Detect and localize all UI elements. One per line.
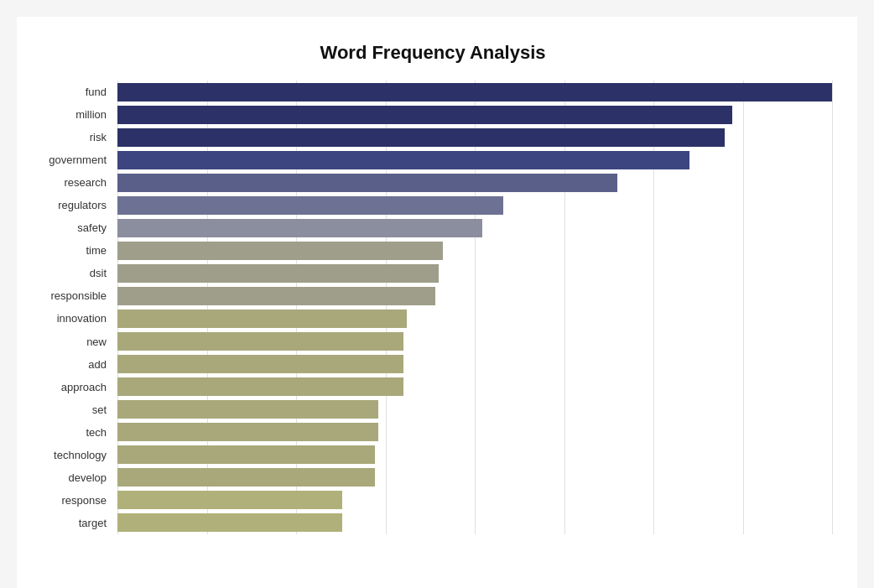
y-label: risk bbox=[90, 132, 107, 143]
bar bbox=[117, 377, 403, 396]
y-label: time bbox=[86, 245, 107, 256]
bar bbox=[117, 128, 725, 147]
y-label: government bbox=[49, 154, 107, 165]
bar-row bbox=[117, 489, 832, 511]
bar-row bbox=[117, 217, 832, 239]
bars-area bbox=[113, 81, 832, 534]
bar bbox=[117, 423, 378, 441]
y-label: set bbox=[92, 404, 107, 415]
y-label: safety bbox=[77, 222, 107, 233]
bar-row bbox=[117, 263, 832, 284]
y-label: new bbox=[86, 336, 107, 347]
bar-row bbox=[117, 376, 832, 398]
chart-area: fundmillionriskgovernmentresearchregulat… bbox=[34, 81, 832, 534]
y-labels: fundmillionriskgovernmentresearchregulat… bbox=[34, 81, 113, 534]
bar-row bbox=[117, 127, 832, 148]
bar-row bbox=[117, 285, 832, 307]
grid-line bbox=[832, 81, 833, 534]
y-label: response bbox=[62, 495, 107, 506]
bar-row bbox=[117, 421, 832, 443]
bar-row bbox=[117, 104, 832, 126]
bar-row bbox=[117, 466, 832, 488]
bar-row bbox=[117, 240, 832, 262]
bar bbox=[117, 310, 407, 328]
bar bbox=[117, 513, 342, 532]
chart-title: Word Frequency Analysis bbox=[34, 34, 832, 64]
bar bbox=[117, 355, 403, 373]
y-label: fund bbox=[86, 86, 107, 97]
bar-row bbox=[117, 149, 832, 171]
bar bbox=[117, 83, 832, 101]
y-label: approach bbox=[61, 382, 107, 393]
bar-row bbox=[117, 195, 832, 216]
y-label: responsible bbox=[51, 290, 107, 301]
bar bbox=[117, 491, 342, 509]
y-label: regulators bbox=[58, 200, 107, 211]
y-label: million bbox=[75, 109, 107, 120]
bar bbox=[117, 400, 378, 419]
chart-container: Word Frequency Analysis fundmillionriskg… bbox=[17, 17, 857, 588]
bar bbox=[117, 174, 617, 192]
y-label: technology bbox=[54, 450, 107, 461]
bar bbox=[117, 151, 689, 169]
bar-row bbox=[117, 444, 832, 466]
bar bbox=[117, 287, 435, 305]
bar-row bbox=[117, 81, 832, 103]
y-label: develop bbox=[68, 472, 107, 483]
bar bbox=[117, 332, 403, 351]
y-label: innovation bbox=[57, 313, 107, 324]
bar-row bbox=[117, 513, 832, 534]
bar bbox=[117, 468, 375, 487]
bar-row bbox=[117, 172, 832, 194]
bar bbox=[117, 264, 439, 283]
bar-row bbox=[117, 398, 832, 420]
bar bbox=[117, 106, 732, 124]
y-label: dsit bbox=[90, 268, 107, 278]
bar-row bbox=[117, 330, 832, 352]
y-label: add bbox=[88, 359, 107, 370]
y-label: research bbox=[64, 177, 107, 188]
bar-row bbox=[117, 353, 832, 375]
bar bbox=[117, 445, 375, 464]
y-label: tech bbox=[86, 427, 107, 438]
bar bbox=[117, 196, 503, 215]
bar-row bbox=[117, 308, 832, 330]
bar bbox=[117, 242, 443, 260]
y-label: target bbox=[79, 518, 107, 528]
bar bbox=[117, 219, 482, 237]
